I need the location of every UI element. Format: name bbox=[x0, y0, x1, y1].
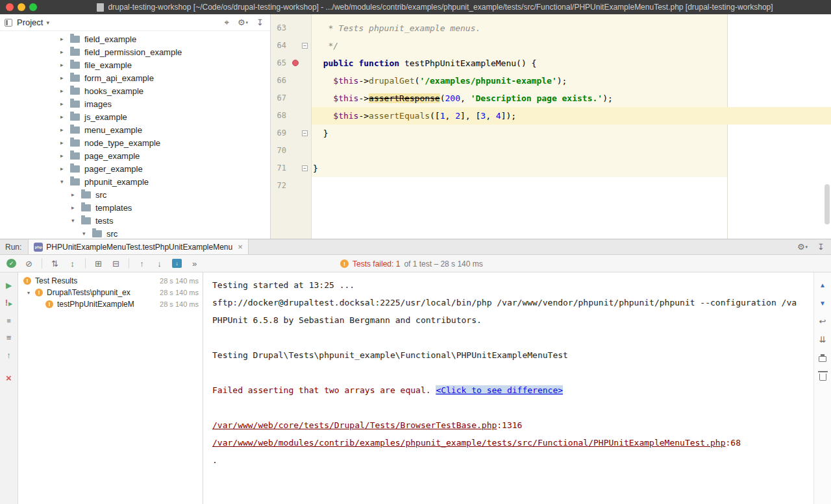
chevron-collapsed-icon[interactable]: ▸ bbox=[71, 191, 79, 198]
previous-failed-test-icon[interactable]: ↑ bbox=[137, 259, 147, 269]
test-tree-item[interactable]: !testPhpUnitExampleM28 s 140 ms bbox=[18, 298, 203, 310]
more-actions-icon[interactable]: » bbox=[190, 259, 199, 269]
file-link[interactable]: /var/www/web/core/tests/Drupal/Tests/Bro… bbox=[212, 420, 497, 430]
chevron-collapsed-icon[interactable]: ▸ bbox=[60, 62, 68, 68]
chevron-collapsed-icon[interactable]: ▸ bbox=[60, 139, 68, 146]
test-tree-item[interactable]: ▾!Drupal\Tests\phpunit_ex28 s 140 ms bbox=[18, 287, 203, 298]
fold-icon[interactable]: − bbox=[302, 165, 308, 171]
chevron-collapsed-icon[interactable]: ▸ bbox=[60, 114, 68, 120]
next-failed-test-icon[interactable]: ↓ bbox=[155, 259, 164, 269]
clear-console-icon[interactable] bbox=[819, 371, 826, 380]
chevron-expanded-icon[interactable]: ▾ bbox=[71, 217, 79, 224]
project-item-field_permission_example[interactable]: ▸field_permission_example bbox=[0, 45, 270, 58]
project-item-templates[interactable]: ▸templates bbox=[0, 201, 270, 214]
project-item-src[interactable]: ▾src bbox=[0, 227, 270, 239]
project-item-phpunit_example[interactable]: ▾phpunit_example bbox=[0, 175, 270, 188]
project-item-hooks_example[interactable]: ▸hooks_example bbox=[0, 84, 270, 97]
chevron-collapsed-icon[interactable]: ▸ bbox=[60, 49, 68, 55]
up-stacktrace-icon[interactable]: ▲ bbox=[819, 280, 826, 289]
project-panel-title[interactable]: Project bbox=[17, 18, 43, 27]
print-glyph bbox=[819, 356, 826, 362]
diff-link[interactable]: <Click to see difference> bbox=[436, 385, 563, 395]
print-icon[interactable] bbox=[819, 353, 826, 362]
editor[interactable]: 6364−6566676869−7071−72 * Tests phpunit_… bbox=[271, 14, 831, 239]
project-item-tests[interactable]: ▾tests bbox=[0, 214, 270, 227]
project-item-file_example[interactable]: ▸file_example bbox=[0, 58, 270, 71]
minimize-window-button[interactable] bbox=[18, 3, 25, 11]
export-test-results-icon[interactable]: ↑ bbox=[0, 346, 18, 364]
collapse-all-icon[interactable]: ⊟ bbox=[111, 259, 121, 269]
rerun-tests-button[interactable]: ▶ bbox=[0, 276, 18, 294]
chevron-collapsed-icon[interactable]: ▸ bbox=[60, 126, 68, 133]
chevron-down-icon[interactable]: ▾ bbox=[46, 19, 49, 26]
project-item-menu_example[interactable]: ▸menu_example bbox=[0, 123, 270, 136]
hide-run-panel-icon[interactable]: ↧ bbox=[817, 242, 825, 252]
file-link[interactable]: /var/www/web/modules/contrib/examples/ph… bbox=[212, 438, 726, 448]
down-stacktrace-icon[interactable]: ▼ bbox=[819, 298, 826, 307]
close-run-panel-button[interactable]: × bbox=[0, 369, 18, 387]
project-item-field_example[interactable]: ▸field_example bbox=[0, 32, 270, 45]
project-item-src[interactable]: ▸src bbox=[0, 188, 270, 201]
chevron-collapsed-icon[interactable]: ▸ bbox=[60, 75, 68, 81]
hide-panel-icon[interactable]: ↧ bbox=[256, 18, 264, 27]
run-tab[interactable]: php PHPUnitExampleMenuTest.testPhpUnitEx… bbox=[28, 239, 248, 254]
code-line-72[interactable] bbox=[312, 177, 831, 195]
test-tree-item[interactable]: !Test Results28 s 140 ms bbox=[18, 275, 203, 287]
chevron-expanded-icon[interactable]: ▾ bbox=[27, 290, 35, 296]
settings-gear-icon[interactable]: ⚙▾ bbox=[797, 242, 808, 252]
code-line-64[interactable]: */ bbox=[312, 37, 831, 54]
code-line-63[interactable]: * Tests phpunit_example menus. bbox=[312, 19, 831, 37]
fold-icon[interactable]: − bbox=[302, 130, 308, 136]
expand-all-icon[interactable]: ⊞ bbox=[93, 259, 103, 269]
chevron-collapsed-icon[interactable]: ▸ bbox=[60, 165, 68, 172]
project-item-label: node_type_example bbox=[84, 138, 160, 148]
sort-by-duration-icon[interactable]: ↕ bbox=[68, 259, 77, 269]
line-number: 63 bbox=[273, 23, 286, 32]
project-item-page_example[interactable]: ▸page_example bbox=[0, 149, 270, 162]
project-item-js_example[interactable]: ▸js_example bbox=[0, 110, 270, 123]
soft-wrap-icon[interactable]: ↩ bbox=[819, 317, 826, 326]
close-window-button[interactable] bbox=[6, 3, 14, 11]
console-line bbox=[212, 364, 813, 381]
chevron-expanded-icon[interactable]: ▾ bbox=[82, 230, 90, 237]
locate-file-icon[interactable]: ⌖ bbox=[225, 18, 229, 28]
gutter-row: 67 bbox=[271, 90, 311, 107]
project-item-label: src bbox=[106, 229, 118, 239]
gear-icon[interactable]: ⚙▾ bbox=[238, 18, 248, 27]
code-line-69[interactable]: } bbox=[312, 125, 831, 142]
chevron-expanded-icon[interactable]: ▾ bbox=[60, 178, 68, 185]
code-line-71[interactable]: } bbox=[312, 160, 831, 177]
code-line-67[interactable]: $this->assertResponse(200, 'Description … bbox=[312, 90, 831, 107]
folder-icon bbox=[70, 165, 80, 173]
scroll-to-end-icon[interactable]: ⇊ bbox=[819, 335, 826, 344]
editor-code-area[interactable]: * Tests phpunit_example menus. */ public… bbox=[312, 14, 831, 239]
rerun-failed-tests-button[interactable]: !▶ bbox=[0, 294, 18, 311]
code-line-65[interactable]: public function testPhpUnitExampleMenu()… bbox=[312, 54, 831, 72]
test-history-icon[interactable]: ≡ bbox=[0, 329, 18, 346]
code-line-66[interactable]: $this->drupalGet('/examples/phpunit-exam… bbox=[312, 72, 831, 90]
chevron-collapsed-icon[interactable]: ▸ bbox=[60, 152, 68, 159]
project-item-label: pager_example bbox=[84, 164, 143, 174]
project-item-node_type_example[interactable]: ▸node_type_example bbox=[0, 136, 270, 149]
zoom-window-button[interactable] bbox=[29, 3, 37, 11]
project-item-images[interactable]: ▸images bbox=[0, 97, 270, 110]
fold-icon[interactable]: − bbox=[302, 43, 308, 49]
stop-button[interactable]: ■ bbox=[0, 311, 18, 329]
code-line-68[interactable]: $this->assertEquals([1, 2], [3, 4]); bbox=[312, 107, 831, 125]
chevron-collapsed-icon[interactable]: ▸ bbox=[71, 204, 79, 211]
chevron-collapsed-icon[interactable]: ▸ bbox=[60, 36, 68, 42]
show-ignored-icon[interactable]: ⊘ bbox=[24, 259, 34, 269]
close-tab-icon[interactable]: × bbox=[238, 242, 243, 252]
chevron-collapsed-icon[interactable]: ▸ bbox=[60, 88, 68, 94]
project-item-pager_example[interactable]: ▸pager_example bbox=[0, 162, 270, 175]
code-line-70[interactable] bbox=[312, 142, 831, 160]
gutter-row: 71− bbox=[271, 160, 311, 177]
project-tool-window-icon[interactable] bbox=[5, 19, 12, 27]
import-test-results-icon[interactable]: ↓ bbox=[172, 259, 182, 268]
show-passed-icon[interactable]: ✓ bbox=[6, 259, 16, 268]
sort-alphabetically-icon[interactable]: ⇅ bbox=[50, 259, 60, 269]
failed-test-gutter-icon[interactable] bbox=[292, 60, 299, 66]
chevron-collapsed-icon[interactable]: ▸ bbox=[60, 101, 68, 107]
project-item-form_api_example[interactable]: ▸form_api_example bbox=[0, 71, 270, 84]
console-line: Testing started at 13:25 ... bbox=[212, 276, 813, 294]
